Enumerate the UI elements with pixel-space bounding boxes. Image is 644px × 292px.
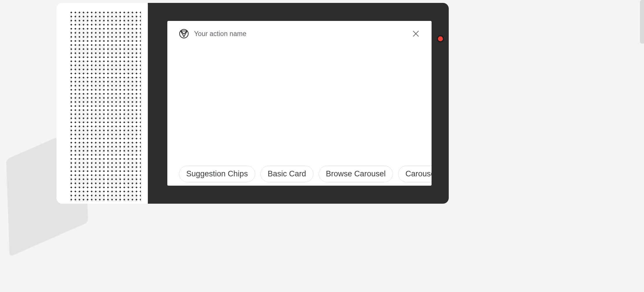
screen-bezel: Your action name Suggestion Chips Basic …: [148, 3, 449, 204]
chip-suggestion-chips[interactable]: Suggestion Chips: [179, 166, 255, 182]
recording-led-icon: [438, 36, 443, 41]
close-icon: [412, 30, 420, 37]
device-simulator-stage: Your action name Suggestion Chips Basic …: [0, 0, 644, 292]
suggestion-chips-row: Suggestion Chips Basic Card Browse Carou…: [179, 166, 426, 182]
close-button[interactable]: [412, 30, 420, 38]
speaker-dots: [69, 10, 141, 200]
screen-header: Your action name: [179, 28, 420, 40]
scrollbar-thumb[interactable]: [640, 0, 644, 44]
chip-basic-card[interactable]: Basic Card: [260, 166, 313, 182]
material-logo-icon: [179, 29, 189, 39]
action-name-label: Your action name: [194, 30, 246, 38]
chip-browse-carousel[interactable]: Browse Carousel: [319, 166, 393, 182]
screen-content: Your action name Suggestion Chips Basic …: [167, 21, 432, 186]
smart-display-device: Your action name Suggestion Chips Basic …: [56, 3, 449, 204]
chip-carousel[interactable]: Carousel: [398, 166, 432, 182]
speaker-grill: [56, 3, 148, 204]
